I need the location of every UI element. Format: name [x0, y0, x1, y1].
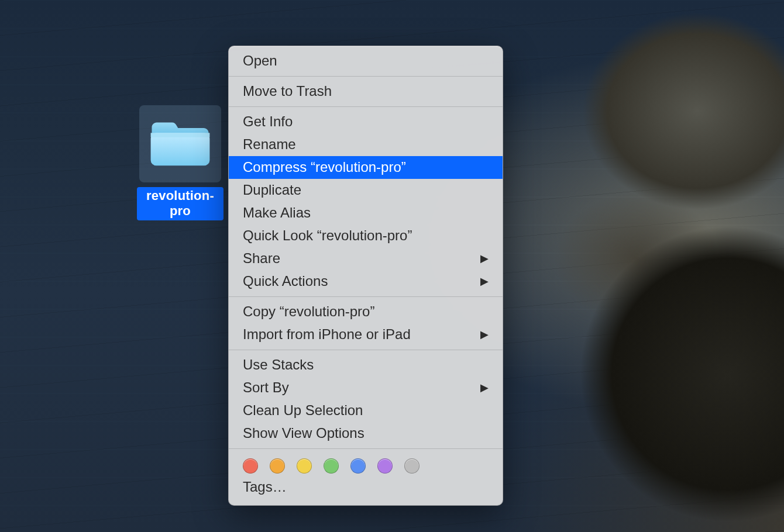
- menu-item-label: Copy “revolution-pro”: [243, 303, 374, 320]
- menu-item-label: Tags…: [243, 478, 287, 496]
- desktop-wallpaper[interactable]: revolution-pro OpenMove to TrashGet Info…: [0, 0, 784, 532]
- menu-item-quick-look-revolution-pro[interactable]: Quick Look “revolution-pro”: [229, 224, 503, 247]
- menu-item-tags[interactable]: Tags…: [229, 477, 503, 498]
- menu-item-import-from-iphone-or-ipad[interactable]: Import from iPhone or iPad▶: [229, 323, 503, 346]
- menu-item-label: Import from iPhone or iPad: [243, 326, 411, 343]
- tag-color-2[interactable]: [297, 458, 312, 474]
- menu-item-label: Clean Up Selection: [243, 402, 363, 419]
- tag-color-0[interactable]: [243, 458, 258, 474]
- menu-separator: [229, 296, 503, 297]
- tag-color-4[interactable]: [350, 458, 366, 474]
- submenu-arrow-icon: ▶: [480, 379, 489, 396]
- menu-item-label: Make Alias: [243, 204, 311, 222]
- tag-color-3[interactable]: [324, 458, 339, 474]
- tag-color-6[interactable]: [404, 458, 419, 474]
- tag-color-5[interactable]: [377, 458, 393, 474]
- menu-item-use-stacks[interactable]: Use Stacks: [229, 354, 503, 376]
- svg-rect-1: [151, 133, 210, 137]
- menu-separator: [229, 76, 503, 77]
- submenu-arrow-icon: ▶: [480, 272, 489, 290]
- menu-item-move-to-trash[interactable]: Move to Trash: [229, 80, 503, 103]
- tags-color-row: [229, 452, 503, 477]
- menu-item-label: Sort By: [243, 379, 289, 396]
- menu-item-label: Use Stacks: [243, 356, 314, 374]
- menu-item-duplicate[interactable]: Duplicate: [229, 179, 503, 202]
- menu-item-label: Compress “revolution-pro”: [243, 158, 406, 176]
- menu-item-show-view-options[interactable]: Show View Options: [229, 422, 503, 445]
- menu-separator: [229, 350, 503, 350]
- menu-item-share[interactable]: Share▶: [229, 247, 503, 270]
- context-menu: OpenMove to TrashGet InfoRenameCompress …: [228, 46, 503, 506]
- menu-item-label: Duplicate: [243, 181, 301, 199]
- tag-color-1[interactable]: [270, 458, 285, 474]
- menu-separator: [229, 106, 503, 107]
- desktop-folder[interactable]: revolution-pro: [137, 105, 223, 220]
- menu-item-copy-revolution-pro[interactable]: Copy “revolution-pro”: [229, 300, 503, 323]
- menu-item-label: Share: [243, 250, 280, 267]
- folder-label: revolution-pro: [137, 187, 223, 220]
- menu-item-compress-revolution-pro[interactable]: Compress “revolution-pro”: [229, 156, 503, 179]
- menu-item-rename[interactable]: Rename: [229, 133, 503, 156]
- folder-icon: [147, 117, 213, 171]
- menu-item-sort-by[interactable]: Sort By▶: [229, 376, 503, 399]
- menu-item-quick-actions[interactable]: Quick Actions▶: [229, 270, 503, 293]
- menu-item-open[interactable]: Open: [229, 50, 503, 72]
- menu-item-label: Get Info: [243, 113, 293, 130]
- menu-item-label: Quick Look “revolution-pro”: [243, 227, 412, 244]
- menu-item-make-alias[interactable]: Make Alias: [229, 202, 503, 224]
- menu-item-label: Open: [243, 52, 277, 70]
- menu-separator: [229, 448, 503, 449]
- submenu-arrow-icon: ▶: [480, 250, 489, 267]
- menu-item-label: Show View Options: [243, 424, 365, 442]
- menu-item-clean-up-selection[interactable]: Clean Up Selection: [229, 399, 503, 422]
- folder-selection-highlight: [139, 105, 221, 182]
- wallpaper-rock-detail: [515, 6, 784, 532]
- submenu-arrow-icon: ▶: [480, 326, 489, 343]
- menu-item-label: Rename: [243, 136, 296, 153]
- menu-item-get-info[interactable]: Get Info: [229, 110, 503, 133]
- menu-item-label: Quick Actions: [243, 272, 328, 290]
- svg-rect-0: [151, 133, 210, 165]
- menu-item-label: Move to Trash: [243, 82, 332, 100]
